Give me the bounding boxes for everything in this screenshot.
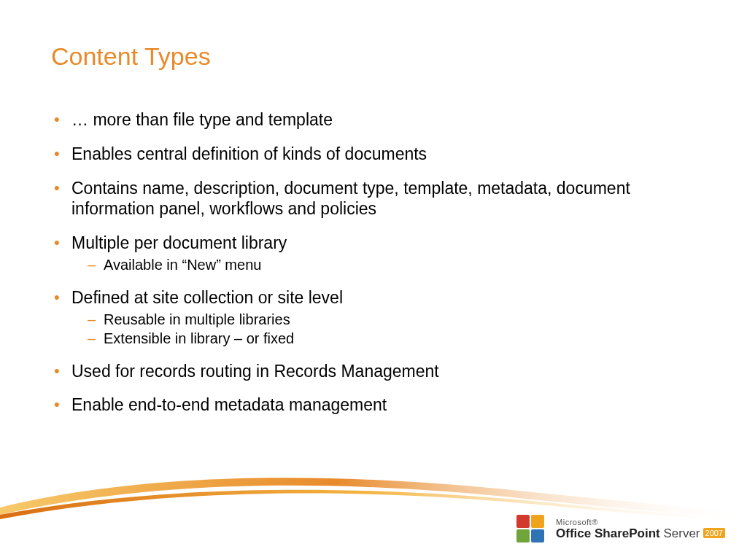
sub-bullet-item: Reusable in multiple libraries: [71, 310, 649, 329]
bullet-item: Used for records routing in Records Mana…: [51, 361, 649, 382]
bullet-item: Defined at site collection or site level…: [51, 287, 649, 348]
bullet-item: Enable end-to-end metadata management: [51, 394, 392, 416]
bullet-list: … more than file type and template Enabl…: [51, 109, 649, 416]
bullet-text: Multiple per document library: [71, 233, 287, 252]
bullet-text: … more than file type and template: [71, 110, 333, 129]
sub-bullet-item: Available in “New” menu: [71, 255, 649, 274]
footer-text: Microsoft® Office SharePoint Server2007: [556, 518, 725, 540]
footer-product-thin: Server: [663, 526, 700, 540]
bullet-item: … more than file type and template: [51, 109, 649, 131]
bullet-text: Defined at site collection or site level: [71, 288, 343, 307]
bullet-text: Contains name, description, document typ…: [71, 179, 630, 219]
footer-year: 2007: [703, 528, 725, 538]
slide-title: Content Types: [51, 42, 211, 71]
footer-product-bold: Office SharePoint: [556, 526, 660, 540]
bullet-item: Multiple per document library Available …: [51, 233, 649, 274]
footer-logo: Microsoft® Office SharePoint Server2007: [516, 515, 725, 544]
sub-bullet-text: Extensible in library – or fixed: [104, 330, 294, 346]
sub-bullet-list: Available in “New” menu: [71, 255, 649, 274]
bullet-text: Enable end-to-end metadata management: [71, 395, 387, 414]
sub-bullet-text: Available in “New” menu: [104, 257, 261, 273]
bullet-item: Contains name, description, document typ…: [51, 178, 649, 220]
bullet-text: Enables central definition of kinds of d…: [71, 144, 427, 163]
office-logo-icon: [516, 515, 549, 544]
bullet-text: Used for records routing in Records Mana…: [71, 362, 439, 381]
footer-product: Office SharePoint Server2007: [556, 527, 725, 540]
slide: Content Types … more than file type and …: [0, 0, 747, 560]
slide-body: … more than file type and template Enabl…: [51, 109, 649, 429]
sub-bullet-text: Reusable in multiple libraries: [104, 311, 290, 327]
sub-bullet-list: Reusable in multiple libraries Extensibl…: [71, 310, 649, 348]
bullet-item: Enables central definition of kinds of d…: [51, 144, 649, 165]
sub-bullet-item: Extensible in library – or fixed: [71, 329, 649, 348]
